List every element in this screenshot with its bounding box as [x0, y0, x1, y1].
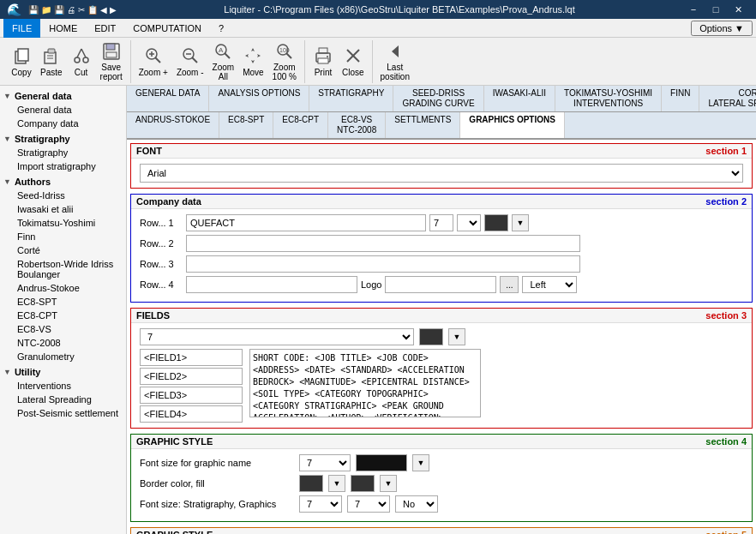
menu-help[interactable]: ? — [210, 19, 232, 38]
print-icon — [313, 45, 333, 66]
tab-seed-driss[interactable]: SEED-DRISSGRADING CURVE — [393, 86, 483, 111]
sidebar-item-general-data[interactable]: General data — [0, 103, 126, 117]
print-button[interactable]: Print — [309, 42, 338, 81]
copy-button[interactable]: Copy — [7, 42, 36, 81]
sidebar-item-iwasaki[interactable]: Iwasaki et alii — [0, 202, 126, 216]
options-button[interactable]: Options ▼ — [691, 21, 753, 36]
sidebar-header-general[interactable]: General data — [0, 89, 126, 103]
sidebar-item-andrus-stokoe[interactable]: Andrus-Stokoe — [0, 281, 126, 295]
sidebar-header-stratigraphy[interactable]: Stratigraphy — [0, 132, 126, 146]
sidebar-item-corte[interactable]: Corté — [0, 243, 126, 257]
sidebar-item-stratigraphy[interactable]: Stratigraphy — [0, 146, 126, 159]
sidebar-item-robertson[interactable]: Robertson-Wride Idriss Boulanger — [0, 257, 126, 281]
row1-number[interactable] — [429, 214, 453, 231]
zoom-out-label: Zoom - — [177, 68, 204, 77]
gs1-fill-arrow[interactable]: ▼ — [380, 475, 397, 492]
zoom-100-icon: 100 — [274, 42, 295, 61]
sidebar-item-ec8-spt[interactable]: EC8-SPT — [0, 295, 126, 309]
field3-input[interactable] — [140, 387, 243, 404]
gs1-strat-select1[interactable]: 7 — [299, 495, 342, 513]
tab-ec8-vs[interactable]: EC8-VSNTC-2008 — [328, 112, 386, 138]
tab-tokimatsu[interactable]: TOKIMATSU-YOSHIMIINTERVENTIONS — [555, 86, 662, 111]
company-row-2: Row... 2 — [140, 235, 743, 252]
menu-home[interactable]: HOME — [40, 19, 86, 38]
svg-rect-12 — [106, 52, 117, 57]
svg-text:A: A — [219, 46, 224, 54]
menu-computation[interactable]: COMPUTATION — [124, 19, 210, 38]
fields-color-arrow[interactable]: ▼ — [448, 328, 465, 345]
menu-file[interactable]: FILE — [3, 19, 40, 38]
sidebar-item-company-data[interactable]: Company data — [0, 117, 126, 130]
row1-color-arrow[interactable]: ▼ — [512, 214, 529, 231]
last-position-icon — [385, 42, 405, 61]
tab-general-data[interactable]: GENERAL DATA — [127, 86, 209, 111]
zoom-in-button[interactable]: Zoom + — [135, 42, 172, 81]
tab-finn[interactable]: FINN — [662, 86, 699, 111]
section1-label: section 1 — [705, 146, 747, 156]
gs1-color-wide-btn[interactable] — [356, 454, 407, 471]
sidebar-item-tokimatsu[interactable]: Tokimatsu-Yoshimi — [0, 216, 126, 230]
sidebar-item-seed-idriss[interactable]: Seed-Idriss — [0, 189, 126, 202]
menu-edit[interactable]: EDIT — [86, 19, 124, 38]
sidebar-item-finn[interactable]: Finn — [0, 230, 126, 243]
field4-input[interactable] — [140, 405, 243, 423]
gs1-border-color-btn[interactable] — [299, 475, 323, 492]
sidebar-item-lateral-spreading[interactable]: Lateral Spreading — [0, 393, 126, 406]
field1-input[interactable] — [140, 349, 243, 366]
sidebar-item-ec8-vs[interactable]: EC8-VS — [0, 322, 126, 336]
minimize-button[interactable]: − — [682, 0, 705, 19]
logo-align-select[interactable]: Left Center Right — [522, 276, 577, 293]
sidebar-header-utility[interactable]: Utility — [0, 365, 126, 379]
gs1-no-select[interactable]: NoYes — [395, 495, 438, 513]
tab-andrus-stokoe[interactable]: ANDRUS-STOKOE — [127, 112, 219, 138]
sidebar-item-interventions[interactable]: Interventions — [0, 379, 126, 393]
maximize-button[interactable]: □ — [705, 0, 727, 19]
tab-ec8-spt[interactable]: EC8-SPT — [219, 112, 273, 138]
row2-input[interactable] — [186, 235, 580, 252]
fields-color-btn[interactable] — [419, 328, 443, 345]
sidebar-item-ntc2008[interactable]: NTC-2008 — [0, 336, 126, 350]
zoom-out-button[interactable]: Zoom - — [172, 42, 208, 81]
row4-input[interactable] — [186, 276, 357, 293]
sidebar-item-ec8-cpt[interactable]: EC8-CPT — [0, 309, 126, 322]
logo-browse-btn[interactable]: ... — [500, 276, 519, 293]
gs1-font-size-select[interactable]: 7 — [299, 454, 351, 471]
row1-color-btn[interactable] — [484, 214, 508, 231]
gs1-color-arrow[interactable]: ▼ — [412, 454, 429, 471]
logo-input[interactable] — [385, 276, 496, 293]
save-icon — [101, 42, 122, 61]
row1-input[interactable] — [186, 214, 426, 231]
tab-analysis-options[interactable]: ANALYSIS OPTIONS — [209, 86, 309, 111]
fields-number-select[interactable]: 7 — [140, 328, 414, 345]
move-button[interactable]: Move — [238, 42, 267, 81]
tab-corte[interactable]: CORTÉLATERAL SPREADING — [699, 86, 756, 111]
sidebar-item-granulometry[interactable]: Granulometry — [0, 350, 126, 363]
row3-input[interactable] — [186, 255, 580, 273]
zoom-100-button[interactable]: 100 Zoom100 % — [268, 42, 301, 81]
save-report-button[interactable]: Savereport — [96, 42, 127, 81]
cut-button[interactable]: Cut — [67, 42, 96, 81]
sidebar-header-authors[interactable]: Authors — [0, 175, 126, 189]
fields-list — [140, 349, 243, 423]
sidebar-item-post-seismic[interactable]: Post-Seismic settlement — [0, 406, 126, 420]
gs1-border-arrow[interactable]: ▼ — [328, 475, 345, 492]
tab-ec8-cpt[interactable]: EC8-CPT — [273, 112, 328, 138]
gs1-strat-select2[interactable]: 7 — [347, 495, 390, 513]
tab-stratigraphy[interactable]: STRATIGRAPHY — [309, 86, 393, 111]
tab-settlements[interactable]: SETTLMENTS — [386, 112, 460, 138]
field-row-3 — [140, 387, 243, 404]
zoom-all-button[interactable]: A ZoomAll — [208, 42, 239, 81]
sidebar-item-import-stratigraphy[interactable]: Import stratigraphy — [0, 159, 126, 173]
field2-input[interactable] — [140, 368, 243, 385]
fields-text-area[interactable]: SHORT CODE: <JOB TITLE> <JOB CODE> <ADDR… — [249, 349, 481, 417]
close-btn[interactable]: Close — [338, 42, 369, 81]
paste-button[interactable]: Paste — [36, 42, 67, 81]
row1-size-select[interactable] — [457, 214, 481, 231]
tab-iwasaki[interactable]: IWASAKI-ALII — [484, 86, 555, 111]
last-position-button[interactable]: Lastposition — [376, 42, 414, 81]
gs1-fill-color-btn[interactable] — [351, 475, 375, 492]
font-section-title: FONT — [136, 146, 162, 156]
font-select[interactable]: Arial — [140, 164, 743, 183]
close-button[interactable]: ✕ — [727, 0, 749, 19]
tab-graphics-options[interactable]: GRAPHICS OPTIONS — [460, 112, 565, 138]
